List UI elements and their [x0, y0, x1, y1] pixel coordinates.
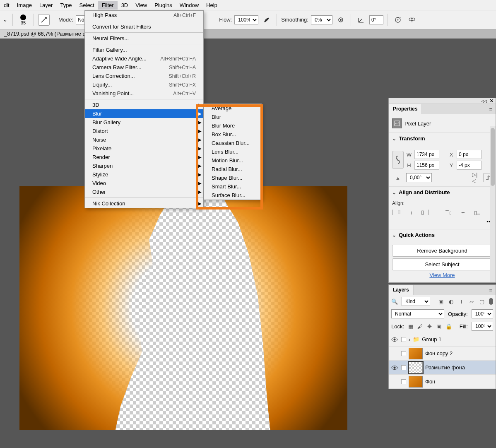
opacity-select[interactable]: 100%	[472, 309, 493, 318]
tab-layers[interactable]: Layers	[389, 285, 414, 295]
align-hcenter-icon[interactable]: ⫞	[406, 208, 415, 217]
close-icon[interactable]: ✕	[489, 98, 494, 104]
fill-select[interactable]: 100%	[472, 322, 493, 331]
lock-brush-icon[interactable]: 🖌	[417, 323, 423, 330]
filter-menu-item[interactable]: Blur▶	[85, 109, 203, 118]
lock-artboard-icon[interactable]: ▣	[436, 323, 442, 330]
tool-dropdown-icon[interactable]: ⌄	[2, 14, 8, 26]
filter-type-icon[interactable]: T	[458, 298, 465, 305]
layer-thumbnail[interactable]	[409, 348, 423, 359]
panel-menu-icon[interactable]: ≡	[486, 104, 496, 114]
menu-select[interactable]: Select	[76, 1, 98, 10]
filter-menu-item[interactable]: Render▶	[85, 153, 203, 161]
filter-menu-item[interactable]: Camera Raw Filter...Shift+Ctrl+A	[85, 63, 203, 72]
angle-input[interactable]	[369, 15, 383, 24]
lock-all-icon[interactable]: 🔒	[445, 323, 452, 330]
filter-menu-item[interactable]: Noise▶	[85, 135, 203, 144]
layer-thumbnail[interactable]	[409, 376, 423, 388]
remove-background-button[interactable]: Remove Background	[392, 245, 492, 257]
align-vcenter-icon[interactable]: ⫟	[458, 208, 467, 217]
tablet-pressure-icon[interactable]	[38, 14, 50, 26]
filter-menu-item[interactable]: Filter Gallery...	[85, 46, 203, 54]
symmetry-butterfly-icon[interactable]	[406, 14, 418, 26]
smoothing-select[interactable]: 0%	[311, 15, 332, 24]
filter-menu-item[interactable]: Nik Collection▶	[85, 199, 203, 208]
align-top-icon[interactable]: ⎺▯	[444, 208, 453, 217]
menu-3d[interactable]: 3D	[118, 1, 132, 10]
filter-adjust-icon[interactable]: ◐	[448, 298, 455, 305]
layer-checkbox[interactable]	[401, 351, 406, 356]
align-section-header[interactable]: Align and Distribute	[389, 186, 496, 198]
filter-menu-item[interactable]: Adaptive Wide Angle...Alt+Shift+Ctrl+A	[85, 54, 203, 63]
layer-name[interactable]: Фон	[425, 378, 435, 385]
layer-checkbox[interactable]	[401, 379, 406, 384]
select-subject-button[interactable]: Select Subject	[392, 258, 492, 270]
menu-image[interactable]: Image	[13, 1, 36, 10]
blur-submenu-item[interactable]: Shape Blur...	[204, 173, 261, 182]
menu-view[interactable]: View	[132, 1, 151, 10]
menu-edit[interactable]: dit	[0, 1, 13, 10]
layer-row[interactable]: Фон copy 2	[389, 347, 496, 361]
filter-toggle-icon[interactable]	[489, 298, 493, 305]
align-right-icon[interactable]: ▯⎹	[420, 208, 429, 217]
blur-submenu-item[interactable]: Average	[204, 104, 261, 113]
filter-menu-item[interactable]: Stylize▶	[85, 170, 203, 179]
transform-section-header[interactable]: Transform	[389, 132, 496, 144]
airbrush-icon[interactable]	[261, 14, 272, 26]
blur-submenu-item[interactable]: Blur More	[204, 121, 261, 130]
blur-submenu-item[interactable]: Lens Blur...	[204, 147, 261, 156]
menu-plugins[interactable]: Plugins	[151, 1, 176, 10]
search-icon[interactable]: 🔍	[391, 298, 398, 305]
tab-properties[interactable]: Properties	[389, 104, 422, 114]
view-more-link[interactable]: View More	[392, 272, 492, 278]
blur-submenu-item[interactable]: Blur	[204, 113, 261, 121]
smoothing-gear-icon[interactable]	[335, 14, 347, 26]
rotate-input[interactable]: 0,00°	[406, 173, 432, 182]
lock-transparent-icon[interactable]: ▦	[408, 323, 414, 330]
link-wh-icon[interactable]	[392, 151, 404, 169]
brush-preview[interactable]: 35	[17, 14, 29, 25]
properties-scrollbar[interactable]	[490, 126, 496, 282]
filter-menu-item[interactable]: Distort▶	[85, 127, 203, 135]
quick-actions-header[interactable]: Quick Actions	[389, 229, 496, 241]
filter-menu-item[interactable]: Neural Filters...	[85, 34, 203, 43]
layer-row[interactable]: ›📁Group 1	[389, 332, 496, 347]
filter-menu-item[interactable]: Blur Gallery▶	[85, 118, 203, 127]
blur-submenu-item[interactable]: Gaussian Blur...	[204, 139, 261, 147]
y-input[interactable]	[457, 161, 482, 170]
expand-group-icon[interactable]: ›	[409, 336, 410, 342]
blur-submenu-item[interactable]: Smart Blur...	[204, 182, 261, 191]
layers-panel-menu-icon[interactable]: ≡	[486, 285, 496, 295]
document-tab[interactable]: _8719.psd @ 66,7% (Размытие фон	[0, 29, 98, 39]
layer-name[interactable]: Размытие фона	[425, 364, 465, 371]
target-pressure-icon[interactable]	[392, 14, 404, 26]
layer-name[interactable]: Фон copy 2	[425, 350, 453, 356]
height-input[interactable]	[414, 161, 439, 170]
layer-row[interactable]: Фон	[389, 375, 496, 389]
menu-help[interactable]: Help	[202, 1, 221, 10]
filter-menu-item[interactable]: 3D▶	[85, 101, 203, 109]
blur-submenu-item[interactable]: Motion Blur...	[204, 156, 261, 165]
filter-pixel-icon[interactable]: ▣	[438, 298, 444, 305]
layer-checkbox[interactable]	[401, 365, 406, 370]
x-input[interactable]	[457, 150, 482, 159]
filter-menu-item[interactable]: Lens Correction...Shift+Ctrl+R	[85, 72, 203, 80]
menu-layer[interactable]: Layer	[36, 1, 57, 10]
layer-thumbnail[interactable]	[409, 362, 423, 373]
filter-menu-item[interactable]: Other▶	[85, 188, 203, 196]
layer-row[interactable]: Размытие фона	[389, 361, 496, 375]
width-input[interactable]	[414, 150, 439, 159]
blur-submenu-item[interactable]: Box Blur...	[204, 130, 261, 139]
filter-menu-item[interactable]: Sharpen▶	[85, 161, 203, 170]
lock-move-icon[interactable]: ✥	[426, 323, 432, 330]
filter-smart-icon[interactable]: ▢	[479, 298, 485, 305]
filter-menu-item[interactable]: Liquify...Shift+Ctrl+X	[85, 80, 203, 89]
align-bottom-icon[interactable]: ▯⎽	[472, 208, 482, 217]
filter-shape-icon[interactable]: ▱	[469, 298, 475, 305]
filter-menu-item[interactable]: Video▶	[85, 179, 203, 188]
blur-submenu-item[interactable]: Surface Blur...	[204, 191, 261, 200]
flip-horizontal-icon[interactable]: ▷|◁	[472, 173, 481, 182]
menu-filter[interactable]: Filter	[98, 1, 118, 10]
menu-type[interactable]: Type	[56, 1, 75, 10]
menu-window[interactable]: Window	[176, 1, 202, 10]
